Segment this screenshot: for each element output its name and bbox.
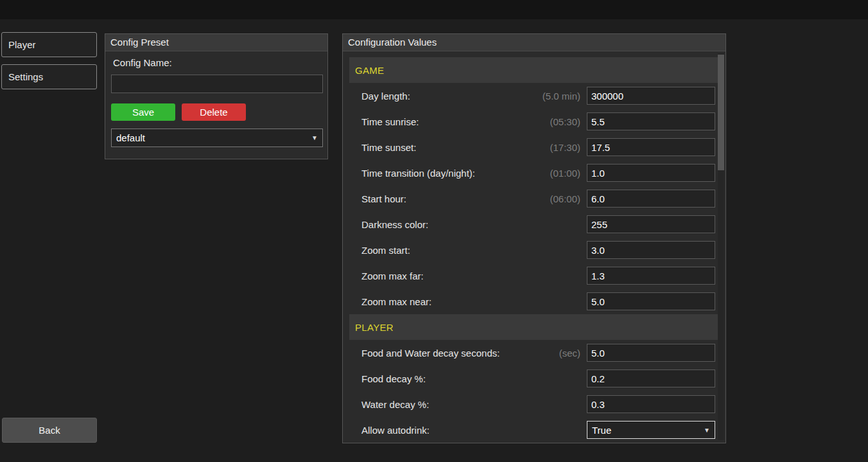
- config-sections: GAME Day length: (5.0 min) Time sunrise:…: [349, 51, 721, 444]
- config-row: Zoom max far:: [349, 263, 721, 289]
- row-value-input[interactable]: [587, 87, 715, 105]
- row-hint: (5.0 min): [542, 91, 580, 102]
- configuration-values-panel: Configuration Values GAME Day length: (5…: [342, 33, 726, 443]
- preset-dropdown-value: default: [116, 132, 145, 143]
- top-bar: [0, 0, 868, 19]
- config-row: Food and Water decay seconds: (sec): [349, 340, 721, 366]
- row-select-value: True: [592, 425, 611, 436]
- row-label: Zoom max far:: [349, 271, 424, 281]
- row-label: Time transition (day/night):: [349, 168, 475, 179]
- chevron-down-icon: ▼: [311, 134, 318, 141]
- config-row: Water decay %:: [349, 391, 721, 417]
- section-header: PLAYER: [349, 314, 721, 340]
- config-name-input[interactable]: [111, 75, 323, 93]
- row-label: Allow autodrink:: [349, 425, 430, 436]
- preset-dropdown[interactable]: default ▼: [111, 129, 323, 147]
- section-title: GAME: [355, 65, 384, 76]
- row-value-input[interactable]: [587, 215, 715, 233]
- nav-button-settings[interactable]: Settings: [1, 64, 97, 89]
- config-row: Food decay %:: [349, 366, 721, 391]
- scrollbar-thumb[interactable]: [718, 55, 724, 170]
- row-label: Food and Water decay seconds:: [349, 348, 499, 359]
- chevron-down-icon: ▼: [704, 427, 710, 434]
- save-button[interactable]: Save: [111, 103, 175, 121]
- row-hint: (17:30): [550, 142, 580, 153]
- config-row: Day length: (5.0 min): [349, 83, 721, 109]
- row-value-input[interactable]: [587, 292, 715, 310]
- config-row: Time sunrise: (05:30): [349, 109, 721, 134]
- row-label: Food decay %:: [349, 373, 426, 384]
- row-value-input[interactable]: [587, 344, 715, 362]
- row-value-input[interactable]: [587, 112, 715, 130]
- config-row: Allow autodrink: True ▼: [349, 417, 721, 443]
- back-button[interactable]: Back: [2, 418, 97, 443]
- delete-button[interactable]: Delete: [182, 103, 246, 121]
- row-label: Zoom max near:: [349, 296, 431, 307]
- row-value-input[interactable]: [587, 267, 715, 285]
- config-row: Zoom start:: [349, 237, 721, 263]
- row-label: Darkness color:: [349, 219, 428, 230]
- row-value-input[interactable]: [587, 190, 715, 208]
- row-value-input[interactable]: [587, 138, 715, 156]
- row-value-input[interactable]: [587, 164, 715, 182]
- config-row: Time sunset: (17:30): [349, 134, 721, 160]
- scrollbar[interactable]: [718, 53, 724, 440]
- row-value-input[interactable]: [587, 369, 715, 387]
- config-preset-panel: Config Preset Config Name: Save Delete d…: [105, 33, 328, 159]
- row-hint: (06:00): [550, 193, 580, 204]
- config-row: Zoom max near:: [349, 289, 721, 314]
- row-hint: (05:30): [550, 116, 580, 127]
- configuration-values-title: Configuration Values: [343, 34, 725, 51]
- screen: Player Settings Back Config Preset Confi…: [0, 0, 868, 462]
- config-row: Start hour: (06:00): [349, 186, 721, 211]
- row-label: Water decay %:: [349, 399, 429, 410]
- config-row: Time transition (day/night): (01:00): [349, 160, 721, 186]
- section-header: GAME: [349, 57, 721, 83]
- section-title: PLAYER: [355, 322, 394, 333]
- row-value-input[interactable]: [587, 241, 715, 259]
- nav-button-player[interactable]: Player: [1, 32, 97, 57]
- row-hint: (01:00): [550, 168, 580, 179]
- config-preset-body: Config Name: Save Delete default ▼: [105, 51, 327, 159]
- row-label: Day length:: [349, 91, 410, 102]
- row-label: Time sunrise:: [349, 116, 419, 127]
- config-row: Darkness color:: [349, 211, 721, 237]
- row-label: Zoom start:: [349, 245, 410, 256]
- row-label: Start hour:: [349, 193, 406, 204]
- row-label: Time sunset:: [349, 142, 416, 153]
- row-value-input[interactable]: [587, 395, 715, 413]
- config-name-label: Config Name:: [113, 57, 172, 68]
- row-value-select[interactable]: True ▼: [587, 421, 715, 439]
- config-preset-title: Config Preset: [105, 34, 327, 51]
- row-hint: (sec): [559, 348, 580, 359]
